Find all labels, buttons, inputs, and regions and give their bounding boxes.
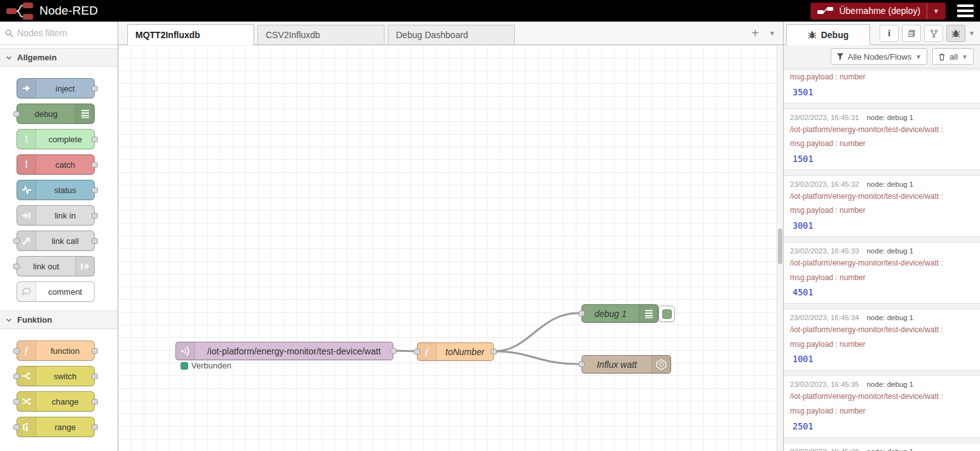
git-branch-button[interactable] [924,25,943,42]
link-call-icon [17,231,36,250]
deploy-icon [817,7,834,15]
output-port[interactable] [92,399,98,405]
sidebar-menu-caret[interactable]: ▼ [969,30,975,37]
tab-debug[interactable]: Debug [786,24,870,45]
palette-section-allgemein[interactable]: Allgemein [0,48,118,67]
palette-node-complete[interactable]: ! complete [17,129,95,149]
tab-mqtt2influxdb[interactable]: MQTT2Influxdb [127,24,254,45]
msg-timestamp: 23/02/2023, 16:45:36 [790,448,859,451]
node-label: link out [17,257,75,276]
palette-node-range[interactable]: range [17,417,95,437]
debug-tab-button[interactable] [946,25,965,42]
output-port[interactable] [491,349,497,354]
range-icon [17,417,36,436]
node-label: switch [36,367,94,386]
msg-node: node: debug 1 [867,114,914,121]
debug-message[interactable]: 23/02/2023, 16:45:34node: debug 1 /iot-p… [784,309,980,370]
scrollbar-thumb[interactable] [778,229,782,264]
msg-value: 3001 [790,220,974,231]
msg-value: 1001 [790,354,974,364]
node-label: debug [17,104,75,123]
output-port[interactable] [390,348,397,354]
output-port[interactable] [92,86,98,91]
switch-icon [17,367,36,386]
input-port[interactable] [13,399,20,405]
input-port[interactable] [13,374,20,379]
palette-node-catch[interactable]: ! catch [17,154,95,175]
debug-filter-button[interactable]: Alle Nodes/Flows ▼ [831,48,927,65]
mqtt-node-status: Verbunden [180,361,231,370]
flow-node-mqtt-in[interactable]: /iot-platform/energy-monitor/test-device… [175,342,393,360]
output-port[interactable] [92,137,98,142]
bug-icon [808,30,817,39]
mqtt-signal-icon [176,342,195,360]
output-port[interactable] [92,187,98,193]
input-port[interactable] [13,238,20,244]
debug-message[interactable]: msg.payload : number 3501 [784,71,980,104]
debug-clear-button[interactable]: all ▼ [932,48,974,65]
palette-node-comment[interactable]: comment [17,281,95,302]
msg-timestamp: 23/02/2023, 16:45:32 [790,180,859,188]
palette-node-link-call[interactable]: link call [17,231,95,251]
debug-message[interactable]: 23/02/2023, 16:45:35node: debug 1 /iot-p… [784,375,980,437]
palette-node-switch[interactable]: switch [17,366,95,386]
output-port[interactable] [92,374,98,379]
deploy-button[interactable]: Übernahme (deploy) ▼ [810,3,946,20]
palette-node-link-in[interactable]: link in [17,205,95,226]
flow-canvas[interactable]: /iot-platform/energy-monitor/test-device… [118,45,783,451]
flow-node-tonumber[interactable]: ƒ toNumber [417,342,494,361]
chevron-down-icon [6,55,12,61]
output-port[interactable] [92,213,98,219]
msg-topic: /iot-platform/energy-monitor/test-device… [790,259,974,269]
debug-sidebar: Debug i ▼ [783,22,980,451]
debug-message[interactable]: 23/02/2023, 16:45:32node: debug 1 /iot-p… [784,175,980,237]
input-port[interactable] [13,424,20,430]
node-label: toNumber [437,343,493,360]
debug-message[interactable]: 23/02/2023, 16:45:31node: debug 1 /iot-p… [784,109,980,170]
influxdb-hexagon-icon [651,356,670,373]
section-label: Funktion [17,315,52,325]
output-port[interactable] [92,424,98,430]
palette-search-input[interactable] [17,28,100,38]
palette-node-link-out[interactable]: link out [17,256,95,276]
sidebar-toolbar: Debug i ▼ [784,22,980,45]
help-book-button[interactable] [902,25,921,42]
output-port[interactable] [92,162,98,168]
debug-message-list[interactable]: msg.payload : number 3501 23/02/2023, 16… [784,69,980,451]
deploy-options-caret[interactable]: ▼ [927,3,945,19]
input-port[interactable] [578,361,585,367]
palette-section-funktion[interactable]: Funktion [0,311,118,329]
tab-csv2influxdb[interactable]: CSV2Influxdb [257,25,385,44]
exclamation-icon: ! [17,130,36,149]
tab-debug-dashboard[interactable]: Debug Dashboard [388,25,515,44]
palette-node-debug[interactable]: debug [17,104,95,124]
palette-node-change[interactable]: change [17,391,95,412]
palette-node-function[interactable]: ƒ function [17,340,95,361]
main-menu-button[interactable] [957,4,974,17]
input-port[interactable] [414,349,420,354]
msg-value: 2501 [790,421,974,431]
flow-list-caret[interactable]: ▼ [769,30,775,37]
add-flow-button[interactable]: + [751,27,759,39]
input-port[interactable] [13,264,20,269]
input-port[interactable] [578,311,585,316]
canvas-vertical-scrollbar[interactable] [777,45,783,451]
input-port[interactable] [13,348,20,354]
output-port[interactable] [92,238,98,244]
node-red-logo: Node-RED [6,3,98,20]
debug-enable-toggle[interactable] [658,306,675,322]
debug-message[interactable]: 23/02/2023, 16:45:36node: debug 1 /iot-p… [784,443,980,451]
flow-node-influx-watt[interactable]: Influx watt [582,355,671,374]
input-port[interactable] [13,111,20,117]
section-label: Allgemein [17,53,57,62]
msg-payload-path: msg.payload : number [790,273,974,283]
palette-node-inject[interactable]: inject [17,78,95,98]
clear-caret: ▼ [962,53,968,60]
info-tab-button[interactable]: i [880,25,899,42]
output-port[interactable] [92,348,98,354]
palette-node-status[interactable]: status [17,180,95,200]
node-label: link call [36,231,94,250]
flow-node-debug-1[interactable]: debug 1 [582,304,658,323]
debug-message[interactable]: 23/02/2023, 16:45:33node: debug 1 /iot-p… [784,242,980,304]
palette-sidebar: Allgemein inject debug [0,22,118,451]
